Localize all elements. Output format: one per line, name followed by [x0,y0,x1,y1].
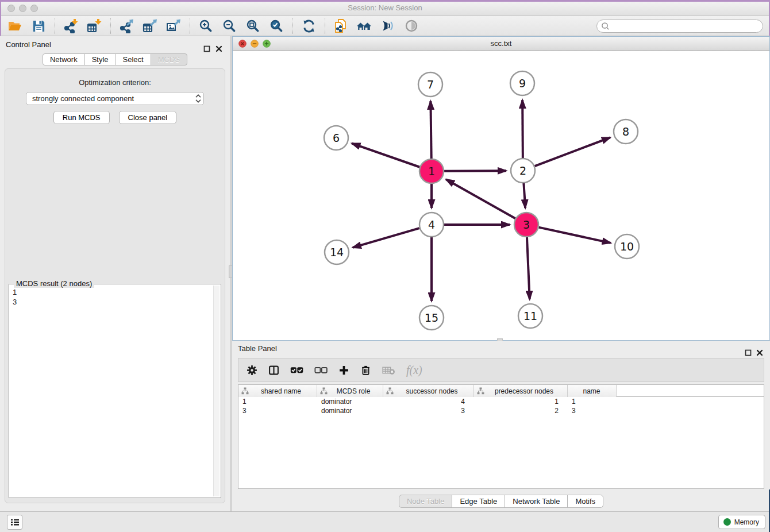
refresh-layout-button[interactable] [299,17,318,34]
graph-node-label-11: 11 [523,310,537,322]
select-stepper-icon [193,92,203,105]
result-scrollbar[interactable] [213,286,220,496]
optimization-criterion-value: strongly connected component [32,92,193,105]
column-header-MCDS-role[interactable]: MCDS role [317,385,383,397]
table-cell[interactable]: 1 [474,397,568,406]
checked-boxes-icon [290,366,303,375]
network-canvas[interactable]: 7968124314101511 [233,51,769,340]
zoom-selected-button[interactable] [267,17,286,34]
graph-node-label-6: 6 [333,132,340,144]
tab-style[interactable]: Style [84,53,116,65]
zoom-fit-button[interactable] [244,17,262,34]
graph-edge-3-11[interactable] [527,237,530,299]
toolbar-separator [325,18,325,34]
graph-edge-1-2[interactable] [444,171,506,171]
table-cell[interactable]: dominator [317,397,383,406]
column-header-predecessor-nodes[interactable]: predecessor nodes [474,385,568,397]
announcement-button[interactable] [379,17,397,34]
delete-table-button-disabled[interactable] [382,365,395,375]
table-cell[interactable]: 3 [383,406,474,415]
hierarchy-icon [320,387,328,395]
table-row[interactable]: 1dominator411 [238,397,764,406]
clone-network-icon [333,18,348,33]
optimization-criterion-select[interactable]: strongly connected component [26,92,204,105]
hierarchy-icon [386,387,394,395]
graph-edge-2-8[interactable] [535,137,610,166]
table-cell[interactable]: 2 [474,406,568,415]
graph-edge-2-9[interactable] [522,100,523,158]
desktop-edge-top [0,0,770,2]
open-session-button[interactable] [6,17,24,34]
memory-button[interactable]: Memory [718,515,765,529]
run-mcds-button[interactable]: Run MCDS [53,111,110,124]
tab-edge-table[interactable]: Edge Table [452,495,505,508]
import-table-button[interactable] [85,17,103,34]
add-column-button[interactable] [338,365,349,376]
export-table-button[interactable] [141,17,159,34]
zoom-out-button[interactable] [220,17,238,34]
tab-mcds[interactable]: MCDS [151,53,187,65]
function-builder-button-disabled[interactable]: f(x) [406,364,422,377]
column-header-shared-name[interactable]: shared name [238,385,317,397]
close-panel-pushbutton[interactable]: Close panel [119,111,177,124]
node-table[interactable]: shared nameMCDS rolesuccessor nodesprede… [238,384,764,489]
zoom-in-button[interactable] [197,17,215,34]
export-table-icon [143,18,157,33]
float-panel-button[interactable] [203,41,210,59]
table-cell[interactable]: dominator [317,406,383,415]
save-session-button[interactable] [29,17,48,34]
toolbar-separator [292,18,293,34]
neighbors-button[interactable] [355,17,374,34]
import-network-button[interactable] [61,17,80,34]
tab-select[interactable]: Select [116,53,151,65]
network-view-titlebar[interactable]: scc.txt [233,37,769,51]
graph-node-label-4: 4 [428,218,435,231]
table-row[interactable]: 3dominator323 [238,406,764,415]
graph-edge-3-10[interactable] [538,228,610,243]
tab-node-table[interactable]: Node Table [399,495,453,508]
unselect-all-button[interactable] [314,366,328,375]
task-history-button[interactable] [7,515,22,530]
export-network-button[interactable] [117,17,136,34]
table-cell[interactable]: 1 [238,397,317,406]
search-icon [600,21,610,31]
mcds-result-text[interactable]: 1 3 [10,286,212,496]
clone-network-button[interactable] [332,17,350,34]
trash-icon [360,365,371,376]
control-panel-header: Control Panel [0,36,230,53]
graph-edge-1-7[interactable] [430,101,431,159]
zoom-out-icon [222,18,237,33]
graph-edge-4-14[interactable] [353,228,419,248]
tab-network-table[interactable]: Network Table [505,495,568,508]
show-column-panel-button[interactable] [268,365,279,376]
hierarchy-icon [241,387,249,395]
table-cell[interactable]: 3 [238,406,317,415]
column-header-successor-nodes[interactable]: successor nodes [383,385,474,397]
mcds-buttons-row: Run MCDS Close panel [5,111,225,124]
graph-edge-3-1[interactable] [446,179,515,218]
export-image-button[interactable] [164,17,183,34]
close-panel-button[interactable] [215,41,222,59]
visibility-button[interactable] [402,17,421,34]
table-tabs: Node Table Edge Table Network Table Moti… [232,495,770,508]
graph-edge-1-6[interactable] [352,144,419,167]
table-cell[interactable]: 1 [568,397,617,406]
tab-network[interactable]: Network [43,53,85,65]
export-network-icon [119,18,134,33]
search-box[interactable] [596,20,763,33]
graph-node-label-3: 3 [523,218,530,231]
table-settings-button[interactable] [247,365,257,376]
main-toolbar [0,16,770,36]
graph-edge-2-3[interactable] [523,183,525,208]
table-cell[interactable]: 4 [383,397,474,406]
mcds-result-group: MCDS result (2 nodes) 1 3 [9,284,221,498]
search-input[interactable] [610,21,763,32]
table-cell[interactable]: 3 [568,406,617,415]
column-header-name[interactable]: name [568,385,617,397]
unchecked-boxes-icon [314,366,328,375]
tab-motifs[interactable]: Motifs [567,495,603,508]
refresh-icon [302,19,316,33]
delete-column-button[interactable] [360,365,371,376]
houses-icon [356,18,372,33]
select-all-button[interactable] [290,366,303,375]
